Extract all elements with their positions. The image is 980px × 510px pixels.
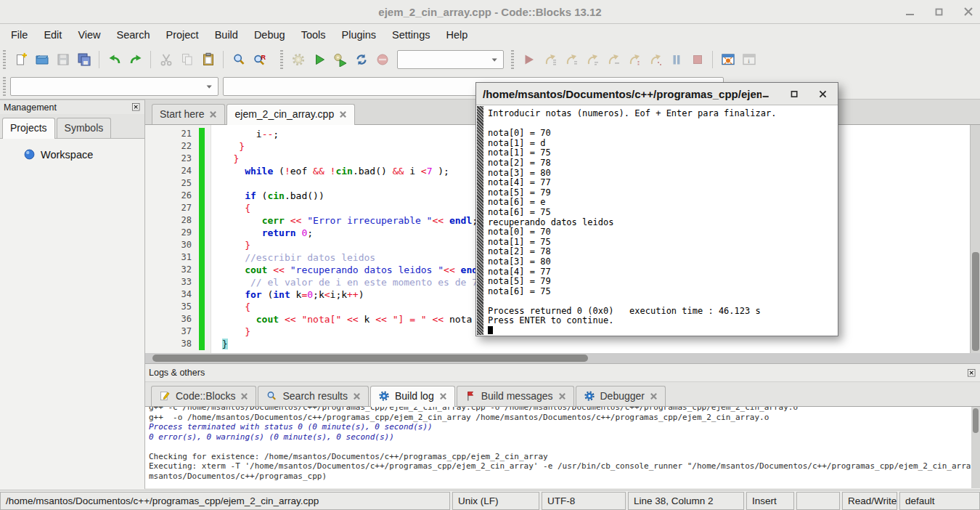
editor-horizontal-scrollbar[interactable] bbox=[145, 353, 980, 363]
new-file-button[interactable] bbox=[12, 51, 30, 69]
pause-button[interactable] bbox=[667, 51, 685, 69]
various-info-button[interactable]: i bbox=[740, 51, 758, 69]
xterm-title-bar[interactable]: /home/msantos/Documentos/c++/programas_c… bbox=[476, 83, 838, 105]
toolbar-gripper[interactable] bbox=[3, 77, 6, 96]
code-text: //escribir datos leidos bbox=[216, 251, 375, 264]
terminal-line: nota[1] = 75 bbox=[488, 238, 836, 248]
toolbar-gripper[interactable] bbox=[3, 50, 6, 69]
status-cursor-position: Line 38, Column 2 bbox=[628, 492, 744, 510]
debug-continue-button[interactable] bbox=[520, 51, 538, 69]
code-text: } bbox=[216, 153, 239, 165]
close-tab-icon[interactable] bbox=[240, 392, 248, 400]
xterm-maximize-button[interactable] bbox=[790, 89, 799, 99]
redo-button[interactable] bbox=[126, 51, 144, 69]
debugging-windows-button[interactable] bbox=[719, 51, 737, 69]
logs-tab-build-messages[interactable]: Build messages bbox=[457, 386, 574, 406]
close-tab-icon[interactable] bbox=[650, 392, 658, 400]
close-tab-icon[interactable] bbox=[439, 392, 447, 400]
xterm-close-button[interactable] bbox=[818, 89, 828, 99]
editor-vertical-scrollbar[interactable] bbox=[970, 125, 980, 353]
editor-tab-start-here[interactable]: Start here bbox=[152, 104, 225, 124]
stop-button[interactable] bbox=[688, 51, 706, 69]
toolbar-gripper[interactable] bbox=[280, 50, 283, 69]
next-line-button[interactable] bbox=[562, 51, 580, 69]
code-line: 38 } bbox=[145, 338, 970, 350]
management-tree: Workspace bbox=[0, 139, 144, 490]
close-button[interactable] bbox=[963, 6, 974, 17]
menu-item-search[interactable]: Search bbox=[109, 26, 158, 44]
flag-red-icon bbox=[465, 390, 476, 402]
menu-item-project[interactable]: Project bbox=[158, 26, 207, 44]
horizontal-scroll-thumb[interactable] bbox=[152, 355, 588, 362]
undo-button[interactable] bbox=[105, 51, 123, 69]
save-button[interactable] bbox=[54, 51, 72, 69]
tab-label: Start here bbox=[160, 108, 204, 120]
copy-button[interactable] bbox=[178, 51, 196, 69]
close-tab-icon[interactable] bbox=[339, 110, 347, 118]
close-tab-icon[interactable] bbox=[558, 392, 566, 400]
menu-item-build[interactable]: Build bbox=[207, 26, 246, 44]
vertical-scroll-thumb[interactable] bbox=[972, 252, 979, 351]
close-tab-icon[interactable] bbox=[353, 392, 361, 400]
abort-button[interactable] bbox=[373, 51, 391, 69]
run-button[interactable] bbox=[310, 51, 328, 69]
log-line bbox=[149, 442, 968, 452]
logs-tab-debugger[interactable]: Debugger bbox=[576, 386, 666, 406]
status-profile: default bbox=[899, 492, 980, 510]
logs-close-icon[interactable] bbox=[967, 368, 976, 378]
status-empty bbox=[796, 492, 840, 510]
terminal-line bbox=[488, 296, 836, 307]
management-tab-projects[interactable]: Projects bbox=[2, 118, 55, 139]
toolbar-gripper[interactable] bbox=[511, 50, 514, 69]
run-to-cursor-button[interactable] bbox=[541, 51, 559, 69]
cut-button[interactable] bbox=[157, 51, 175, 69]
management-header: Management bbox=[0, 100, 144, 114]
management-tab-symbols[interactable]: Symbols bbox=[57, 118, 112, 138]
menu-item-settings[interactable]: Settings bbox=[384, 26, 438, 44]
menu-item-debug[interactable]: Debug bbox=[246, 26, 293, 44]
xterm-scrollbar[interactable] bbox=[477, 106, 485, 335]
title-bar[interactable]: ejem_2_cin_array.cpp - Code::Blocks 13.1… bbox=[0, 0, 980, 24]
run-icon bbox=[312, 52, 327, 67]
menu-item-plugins[interactable]: Plugins bbox=[333, 26, 384, 44]
line-number: 25 bbox=[145, 177, 199, 190]
xterm-body[interactable]: Introducir notas (numeros). Eof + Enter … bbox=[476, 105, 838, 336]
step-out-button[interactable] bbox=[604, 51, 622, 69]
minimize-button[interactable] bbox=[905, 6, 916, 17]
build-target-combobox[interactable] bbox=[397, 50, 504, 69]
debug-continue-icon bbox=[522, 52, 536, 67]
logs-tab-code-blocks[interactable]: Code::Blocks bbox=[151, 386, 256, 406]
build-log-view[interactable]: g++ -c /home/msantos/Documentos/c++/prog… bbox=[145, 407, 971, 488]
menu-item-file[interactable]: File bbox=[3, 26, 36, 44]
step-into-button[interactable] bbox=[583, 51, 601, 69]
find-button[interactable] bbox=[229, 51, 248, 69]
log-vertical-scrollbar[interactable] bbox=[971, 407, 980, 488]
logs-tab-build-log[interactable]: Build log bbox=[370, 386, 455, 407]
status-file-path: /home/msantos/Documentos/c++/programas_c… bbox=[0, 492, 450, 510]
menu-item-help[interactable]: Help bbox=[438, 26, 475, 44]
line-number: 28 bbox=[145, 214, 199, 227]
close-tab-icon[interactable] bbox=[209, 110, 217, 118]
open-file-button[interactable] bbox=[33, 51, 51, 69]
toolbar-combobox-1[interactable] bbox=[10, 77, 219, 96]
save-all-button[interactable] bbox=[75, 51, 93, 69]
menu-item-view[interactable]: View bbox=[70, 26, 108, 44]
tree-item-workspace[interactable]: Workspace bbox=[23, 148, 144, 161]
rebuild-button[interactable] bbox=[352, 51, 370, 69]
logs-tab-search-results[interactable]: Search results bbox=[258, 386, 368, 406]
editor-tab-ejem-2-cin-array-cpp[interactable]: ejem_2_cin_array.cpp bbox=[226, 104, 355, 125]
build-and-run-button[interactable] bbox=[331, 51, 349, 69]
log-scroll-thumb[interactable] bbox=[973, 408, 979, 433]
replace-icon: R bbox=[253, 52, 267, 67]
build-button[interactable] bbox=[289, 51, 307, 69]
step-into-instruction-button[interactable] bbox=[646, 51, 664, 69]
xterm-minimize-button[interactable] bbox=[761, 89, 771, 99]
next-instruction-button[interactable] bbox=[625, 51, 643, 69]
management-close-icon[interactable] bbox=[131, 102, 141, 112]
replace-button[interactable]: R bbox=[250, 51, 269, 69]
menu-item-edit[interactable]: Edit bbox=[36, 26, 70, 44]
paste-button[interactable] bbox=[199, 51, 217, 69]
maximize-button[interactable] bbox=[934, 6, 945, 17]
terminal-line bbox=[488, 119, 836, 129]
menu-item-tools[interactable]: Tools bbox=[293, 26, 334, 44]
